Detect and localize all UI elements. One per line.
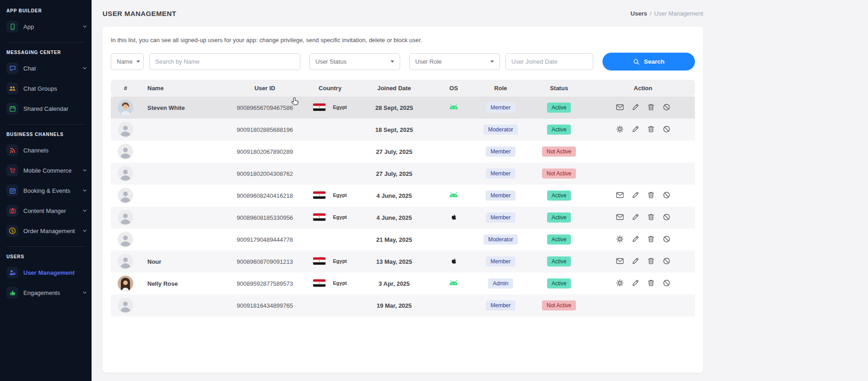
sidebar-item-label: Content Manger xyxy=(23,207,66,214)
mail-button[interactable] xyxy=(616,191,624,199)
sidebar-item-app[interactable]: App xyxy=(0,16,92,37)
search-button[interactable]: Search xyxy=(602,53,695,71)
trash-button[interactable] xyxy=(647,279,655,287)
search-by-name-input[interactable] xyxy=(149,53,300,70)
edit-button[interactable] xyxy=(631,279,640,287)
filters-row: Name User Status User Role xyxy=(111,53,695,71)
male-photo-avatar xyxy=(118,100,133,115)
block-button[interactable] xyxy=(662,191,671,199)
edit-button[interactable] xyxy=(631,191,640,199)
placeholder-avatar xyxy=(118,232,133,247)
role-badge: Moderator xyxy=(483,234,518,245)
status-badge: Active xyxy=(547,103,571,113)
sidebar-item-content-manger[interactable]: Content Manger xyxy=(0,201,92,221)
trash-button[interactable] xyxy=(647,125,655,133)
breadcrumb-users[interactable]: Users xyxy=(630,10,647,17)
breadcrumb-current: User Management xyxy=(654,10,703,17)
role-badge: Admin xyxy=(488,278,513,288)
search-button-label: Search xyxy=(644,58,664,65)
user-name: Nelly Rose xyxy=(140,272,225,294)
table-row[interactable]: Nour90089608709091213Egypt13 May, 2025Me… xyxy=(111,250,695,272)
edit-button[interactable] xyxy=(631,213,640,221)
sidebar-item-user-management[interactable]: User Management xyxy=(0,262,92,283)
svg-text:$: $ xyxy=(11,229,14,233)
user-joined-date-input[interactable] xyxy=(505,53,593,70)
page-title: USER MANAGEMENT xyxy=(103,10,176,17)
sidebar-item-chat-groups[interactable]: Chat Groups xyxy=(0,78,92,98)
edit-button[interactable] xyxy=(631,235,640,243)
sidebar-item-shared-calendar[interactable]: Shared Calendar xyxy=(0,98,92,119)
sidebar-item-channels[interactable]: Channels xyxy=(0,140,92,160)
row-actions xyxy=(616,213,671,221)
users-table: #NameUser IDCountryJoined DateOSRoleStat… xyxy=(111,80,695,316)
main-content: USER MANAGEMENT Users/User Management In… xyxy=(92,0,868,381)
status-badge: Active xyxy=(547,212,571,223)
sidebar-item-label: Mobile Commerce xyxy=(23,167,71,174)
user-role-select[interactable]: User Role xyxy=(409,53,500,70)
mail-button[interactable] xyxy=(616,257,624,265)
row-actions xyxy=(616,125,671,133)
camera-icon xyxy=(6,205,18,217)
column-header-os: OS xyxy=(433,80,474,97)
user-id: 90091816434899765 xyxy=(225,294,305,316)
joined-date: 4 June, 2025 xyxy=(355,185,433,207)
sidebar-item-order-management[interactable]: $Order Management xyxy=(0,221,92,241)
sidebar-item-label: Chat xyxy=(23,65,36,72)
block-button[interactable] xyxy=(662,279,671,287)
block-button[interactable] xyxy=(662,125,671,133)
table-row[interactable]: Steven White90089656709467586Egypt28 Sep… xyxy=(111,97,695,119)
row-actions xyxy=(616,103,671,111)
table-row[interactable]: 90089608240416218Egypt4 June, 2025Member… xyxy=(111,185,695,207)
user-id: 90089656709467586 xyxy=(225,97,305,119)
sidebar-item-mobile-commerce[interactable]: Mobile Commerce xyxy=(0,160,92,180)
table-row[interactable]: 9009179048944477821 May, 2025ModeratorAc… xyxy=(111,229,695,250)
trash-button[interactable] xyxy=(647,191,655,199)
sidebar-section-label-app-builder: APP BUILDER xyxy=(0,3,92,16)
settings-button[interactable] xyxy=(616,125,624,133)
mail-button[interactable] xyxy=(616,213,624,221)
table-row[interactable]: 9009181643489976519 Mar, 2025MemberNot A… xyxy=(111,294,695,316)
trash-button[interactable] xyxy=(647,235,655,243)
app-root: APP BUILDERAppMESSAGING CENTERChatChat G… xyxy=(0,0,868,381)
block-button[interactable] xyxy=(662,235,671,243)
sidebar-item-chat[interactable]: Chat xyxy=(0,58,92,78)
sidebar-item-label: Engagements xyxy=(23,289,60,296)
trash-button[interactable] xyxy=(647,257,655,265)
sidebar-item-label: User Management xyxy=(23,269,75,276)
table-row[interactable]: 90089608185330956Egypt4 June, 2025Member… xyxy=(111,207,695,229)
user-name: Steven White xyxy=(140,97,225,119)
row-actions xyxy=(616,279,671,287)
table-row[interactable]: 9009180206789028927 July, 2025MemberNot … xyxy=(111,141,695,163)
table-header-row: #NameUser IDCountryJoined DateOSRoleStat… xyxy=(111,80,695,97)
placeholder-avatar xyxy=(118,210,133,225)
placeholder-avatar xyxy=(118,166,133,181)
block-button[interactable] xyxy=(662,257,671,265)
user-id: 90091802004308762 xyxy=(225,163,305,185)
trash-button[interactable] xyxy=(647,213,655,221)
placeholder-avatar xyxy=(118,298,133,313)
table-row[interactable]: 9009180288568819618 Sept, 2025ModeratorA… xyxy=(111,119,695,141)
table-row[interactable]: 9009180200430876227 July, 2025MemberNot … xyxy=(111,163,695,185)
settings-button[interactable] xyxy=(616,235,624,243)
sidebar-divider xyxy=(6,42,85,43)
edit-button[interactable] xyxy=(631,125,640,133)
block-button[interactable] xyxy=(662,213,671,221)
mail-button[interactable] xyxy=(616,103,624,111)
status-badge: Active xyxy=(547,190,571,201)
country-name: Egypt xyxy=(333,214,347,220)
name-filter-select[interactable]: Name xyxy=(111,53,144,70)
female-photo-avatar xyxy=(118,276,133,291)
sidebar-item-booking-events[interactable]: Booking & Events xyxy=(0,180,92,201)
joined-date: 27 July, 2025 xyxy=(355,163,433,185)
placeholder-avatar xyxy=(118,188,133,203)
sidebar-item-engagements[interactable]: Engagements xyxy=(0,283,92,303)
sidebar-item-label: Chat Groups xyxy=(23,85,57,92)
edit-button[interactable] xyxy=(631,103,640,111)
chevron-down-icon xyxy=(82,24,87,29)
settings-button[interactable] xyxy=(616,279,624,287)
table-row[interactable]: Nelly Rose90089592877589573Egypt3 Apr, 2… xyxy=(111,272,695,294)
block-button[interactable] xyxy=(662,103,671,111)
trash-button[interactable] xyxy=(647,103,655,111)
user-status-select[interactable]: User Status xyxy=(309,53,400,70)
edit-button[interactable] xyxy=(631,257,640,265)
